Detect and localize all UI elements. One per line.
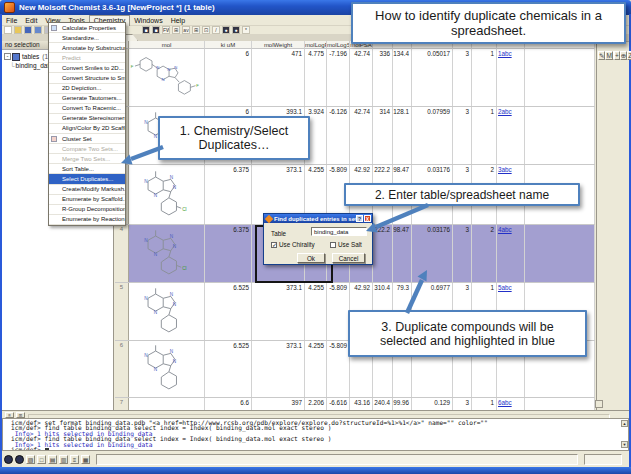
table-cell[interactable]: 2 <box>472 225 497 282</box>
table-cell[interactable]: 4.255 <box>305 341 327 397</box>
table-cell[interactable]: 397 <box>252 398 305 410</box>
window-shade-icon[interactable]: ▨ <box>26 455 35 464</box>
window-rows-icon[interactable]: ▤ <box>48 455 57 464</box>
chemistry-menu-item-r-group-decomposition[interactable]: R-Group Decomposition... <box>49 205 125 215</box>
move-icon[interactable]: + <box>614 51 620 60</box>
table-add-icon[interactable]: ⊞ <box>192 26 200 34</box>
table-cell[interactable]: 6 <box>205 49 252 106</box>
molecule-cell[interactable]: NNNN Cl <box>129 225 205 282</box>
molecule-cell[interactable] <box>129 398 205 410</box>
table-row-1[interactable]: 1 NNNN FF 64714.775-7.19642.74336134.40.… <box>115 49 595 107</box>
save-all-icon[interactable] <box>34 26 42 34</box>
table-row-7[interactable]: 76.63972.206-6.61643.16240.499.960.12931… <box>115 398 595 410</box>
console-scroll-up[interactable]: ▲ <box>621 420 628 427</box>
window-cols-icon[interactable]: ▥ <box>59 455 68 464</box>
save-icon[interactable] <box>24 26 32 34</box>
sphere-icon[interactable]: ● <box>222 26 230 34</box>
pdb-link[interactable]: 4abc <box>498 226 512 233</box>
column-header-molweight[interactable]: molWeight <box>252 41 305 49</box>
new-file-icon[interactable] <box>4 26 12 34</box>
use-chirality-checkbox[interactable]: ✓ Use Chirality <box>271 241 315 248</box>
ok-button[interactable]: Ok <box>297 253 325 263</box>
chemistry-menu-item-compare-two-sets[interactable]: Compare Two Sets... <box>49 144 125 154</box>
tree-expand-icon[interactable]: - <box>4 53 11 60</box>
pdb-link[interactable]: 2abc <box>498 108 512 115</box>
chemistry-menu-item-enumerate-by-scaffold[interactable]: Enumerate by Scaffold... <box>49 195 125 205</box>
window-icon[interactable]: □ <box>37 455 46 464</box>
table-cell[interactable]: 4.255 <box>305 283 327 340</box>
chemistry-menu-item-calculate-properties[interactable]: Calculate Properties <box>49 23 125 33</box>
chemistry-menu-item-convert-smiles-to-2d[interactable]: Convert Smiles to 2D... <box>49 63 125 73</box>
command-console[interactable]: icm/def> set format binding_data.pdb "<a… <box>2 418 629 451</box>
table-grid-icon[interactable]: ⊞ <box>172 26 180 34</box>
table-cell[interactable]: 43.16 <box>350 398 373 410</box>
table-cell[interactable]: -6.126 <box>327 107 350 164</box>
menu-windows[interactable]: Windows <box>130 15 166 25</box>
chemistry-menu-item-sort-table[interactable]: Sort Table... <box>49 164 125 174</box>
table-cell[interactable]: 1 <box>472 398 497 410</box>
chemistry-menu-item-convert-structure-to-smiles[interactable]: Convert Structure to Smiles... <box>49 73 125 83</box>
column-header-mol[interactable]: mol <box>129 41 205 49</box>
table-cell[interactable]: 3 <box>453 398 472 410</box>
scroll-corner-button[interactable] <box>595 400 603 408</box>
table-cell[interactable]: 0.129 <box>412 398 453 410</box>
row-number[interactable]: 7 <box>115 398 129 410</box>
record-icon[interactable]: ● <box>4 455 13 464</box>
chemistry-menu-item-align-color-by-2d-scaffold[interactable]: Align/Color By 2D Scaffold... <box>49 124 125 134</box>
pdb-link[interactable]: 3abc <box>498 166 512 173</box>
table-cell[interactable]: 1 <box>472 107 497 164</box>
table-cell[interactable]: -7.196 <box>327 49 350 106</box>
formula-weight-icon[interactable]: FW <box>162 26 170 34</box>
molecule-cell[interactable]: NNNN <box>129 283 205 340</box>
chemistry-menu-item-cluster-set[interactable]: Cluster Set <box>49 134 125 144</box>
zoom-z-icon[interactable]: Z <box>627 51 631 60</box>
checkbox-icon[interactable] <box>330 242 336 248</box>
record2-icon[interactable]: ● <box>15 455 24 464</box>
pdb-link[interactable]: 6abc <box>498 399 512 406</box>
chemistry-menu-item-annotate-by-substructure[interactable]: Annotate by Substructure... <box>49 43 125 53</box>
molecule-cell[interactable]: NNNN <box>129 341 205 397</box>
table-cell[interactable]: 6.375 <box>205 165 252 224</box>
molecule-cell[interactable]: NNNN FF <box>129 49 205 106</box>
table-cell[interactable]: 336 <box>373 49 393 106</box>
table-cell[interactable]: 3 <box>453 225 472 282</box>
row-number[interactable]: 5 <box>115 283 129 340</box>
table-cell[interactable]: 42.74 <box>350 49 373 106</box>
table-view-icon[interactable]: ⊡ <box>202 26 210 34</box>
table-name-input[interactable]: binding_data <box>311 227 367 236</box>
table-cell[interactable]: 42.74 <box>350 107 373 164</box>
table-cell[interactable]: 373.1 <box>252 341 305 397</box>
menu-help[interactable]: Help <box>167 15 189 25</box>
menu-file[interactable]: File <box>2 15 21 25</box>
dialog-title-bar[interactable]: Find duplicated entries in set ? X <box>264 214 372 223</box>
table-cell[interactable]: 0.03176 <box>412 225 453 282</box>
console-scroll-down[interactable]: ▼ <box>621 441 628 448</box>
column-header-mollogp[interactable]: molLogP <box>305 41 327 49</box>
table-cell[interactable]: 134.4 <box>393 49 412 106</box>
table-cell[interactable]: 99.96 <box>393 398 412 410</box>
cancel-button[interactable]: Cancel <box>332 253 365 263</box>
dialog-close-button[interactable]: X <box>364 215 371 222</box>
molecule-cell[interactable]: NNNN Cl <box>129 165 205 224</box>
table-cell[interactable]: 222.2 <box>373 225 393 282</box>
chemistry-menu-item-2d-depiction[interactable]: 2D Depiction... <box>49 84 125 94</box>
table-cell[interactable]: -5.809 <box>327 341 350 397</box>
checkbox-icon[interactable]: ✓ <box>271 242 277 248</box>
table-cell[interactable]: -5.809 <box>327 283 350 340</box>
grid-icon[interactable]: ▦ <box>81 455 90 464</box>
table-cell[interactable]: 471 <box>252 49 305 106</box>
chemistry-menu-item-create-modify-markush[interactable]: Create/Modify Markush... <box>49 185 125 195</box>
column-header-ki-um[interactable]: ki uM <box>205 41 252 49</box>
chemistry-menu-item-standardize[interactable]: Standardize... <box>49 33 125 43</box>
table-cell[interactable]: 3 <box>453 49 472 106</box>
molecule-icon[interactable]: * <box>242 26 250 34</box>
chemistry-menu-item-select-duplicates[interactable]: Select Duplicates... <box>49 174 125 184</box>
pdb-link[interactable]: 1abc <box>498 50 512 57</box>
binoculars-icon[interactable]: M <box>605 51 612 60</box>
sphere2-icon[interactable]: ● <box>232 26 240 34</box>
table-cell[interactable]: 128.1 <box>393 107 412 164</box>
slash-icon[interactable]: / <box>212 26 220 34</box>
table-cell[interactable]: 2.206 <box>305 398 327 410</box>
pdb-link[interactable]: 5abc <box>498 284 512 291</box>
row-number[interactable]: 6 <box>115 341 129 397</box>
